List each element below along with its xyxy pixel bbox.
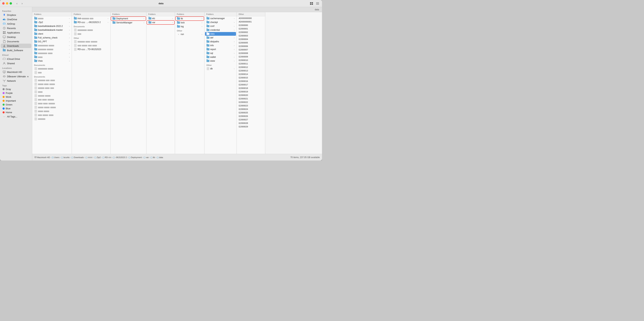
sidebar-item-applications[interactable]: Applications xyxy=(1,30,31,35)
col7-item-e4[interactable]: E2000004 xyxy=(237,37,264,41)
sidebar-item-dropbox[interactable]: Dropbox xyxy=(1,13,31,17)
col1-item-client[interactable]: client › xyxy=(33,32,71,36)
col7-item-e22[interactable]: E2000022 xyxy=(237,100,264,104)
sidebar-item-tag-important[interactable]: Important xyxy=(1,99,31,103)
sidebar-item-tag-purple[interactable]: Purple xyxy=(1,91,31,95)
col6-item-checkpt[interactable]: checkpt › xyxy=(205,20,236,24)
col7-item-e10[interactable]: E2000010 xyxy=(237,58,264,62)
col1-item-blur2[interactable]: › xyxy=(33,47,71,51)
col1-doc2-9[interactable] xyxy=(33,109,71,113)
sidebar-item-tag-blue[interactable]: Blue xyxy=(1,107,31,110)
sidebar-item-shared[interactable]: Shared xyxy=(1,61,31,65)
col2-doc1[interactable] xyxy=(72,28,110,32)
path-blurred[interactable] xyxy=(86,156,92,158)
grid-view-button[interactable] xyxy=(310,2,314,5)
col1-doc1[interactable] xyxy=(33,67,71,70)
col7-item-e29[interactable]: E2000029 xyxy=(237,125,264,128)
sidebar-item-all-tags[interactable]: ··· All Tags... xyxy=(1,114,31,119)
col1-item-full-schema[interactable]: Full_schema_check › xyxy=(33,36,71,39)
sidebar-item-downloads[interactable]: Downloads xyxy=(1,44,31,48)
col7-item-e18[interactable]: E2000018 xyxy=(237,86,264,90)
path-users[interactable]: Users xyxy=(52,156,60,158)
path-bcurtis[interactable]: bcurtis xyxy=(61,156,70,158)
col1-item-baseball1[interactable]: baseballdatabank-2022.2 › xyxy=(33,24,71,28)
sidebar-item-tag-home[interactable]: Home xyxy=(1,110,31,114)
col1-item-gg-ppt[interactable]: GG_PPT › xyxy=(33,40,71,43)
col2-other2[interactable] xyxy=(72,44,110,47)
sidebar-item-build-software[interactable]: Build_Software xyxy=(1,48,31,52)
sidebar-item-icloud-drive[interactable]: iCloud Drive xyxy=(1,57,31,61)
col6-item-def[interactable]: def › xyxy=(205,36,236,39)
col7-item-e13[interactable]: E2000013 xyxy=(237,69,264,72)
forward-button[interactable]: › xyxy=(20,1,24,5)
col7-item-e27[interactable]: E2000027 xyxy=(237,118,264,121)
col7-item-ad0[interactable]: AD000000000 xyxy=(237,16,264,20)
col1-doc2-11[interactable] xyxy=(33,117,71,121)
col1-item-visio[interactable]: Visio › xyxy=(33,59,71,63)
col7-item-e5[interactable]: E2000005 xyxy=(237,41,264,44)
col1-doc2-3[interactable] xyxy=(33,86,71,90)
col6-item-wallet[interactable]: wallet › xyxy=(205,55,236,59)
path-data[interactable]: data xyxy=(157,156,163,158)
col4-item-etc[interactable]: etc › xyxy=(147,16,174,20)
col6-item-www[interactable]: www › xyxy=(205,59,236,63)
col3-item-deployment[interactable]: Deployment › xyxy=(111,17,146,20)
col7-item-e9[interactable]: E2000009 xyxy=(237,55,264,58)
col2-item-inst[interactable]: inst- › xyxy=(72,16,110,20)
col5-item-log[interactable]: log › xyxy=(176,25,204,28)
sidebar-item-recents[interactable]: Recents xyxy=(1,26,31,30)
col7-item-e15[interactable]: E2000015 xyxy=(237,76,264,79)
col7-item-e3[interactable]: E2000003 xyxy=(237,34,264,37)
col1-doc2-4[interactable] xyxy=(33,90,71,94)
col7-item-e14[interactable]: E2000014 xyxy=(237,72,264,76)
maximize-button[interactable] xyxy=(10,2,12,4)
sidebar-item-desktop[interactable]: Desktop xyxy=(1,35,31,39)
col6-item-info[interactable]: info › xyxy=(205,44,236,47)
col2-item-rd[interactable]: RD- ...-06152023 2 › xyxy=(72,20,110,24)
col1-doc2-7[interactable] xyxy=(33,102,71,105)
col6-item-cachemanager[interactable]: cachemanager › xyxy=(205,16,236,20)
col2-doc2[interactable] xyxy=(72,32,110,36)
col5-item-lib[interactable]: lib › xyxy=(176,17,204,20)
col1-doc2-1[interactable] xyxy=(33,78,71,82)
col7-item-e28[interactable]: E2000028 xyxy=(237,121,264,125)
col7-item-e0[interactable]: E2000000 xyxy=(237,23,264,27)
col7-item-e11[interactable]: E2000011 xyxy=(237,62,264,65)
col1-item-zip2[interactable]: -Zip2 › xyxy=(33,20,71,24)
col6-item-sql[interactable]: sql › xyxy=(205,51,236,55)
col7-item-e17[interactable]: E2000017 xyxy=(237,83,264,86)
col7-item-e6[interactable]: E2000006 xyxy=(237,44,264,48)
path-macintosh-hd[interactable]: Macintosh HD xyxy=(34,156,50,158)
close-button[interactable] xyxy=(2,2,4,4)
col7-item-e24[interactable]: E2000024 xyxy=(237,107,264,111)
col1-item-blur1[interactable]: › xyxy=(33,44,71,47)
col4-item-var[interactable]: var › xyxy=(147,21,174,24)
path-rd[interactable]: RD- xyxy=(102,156,111,158)
col7-item-e12[interactable]: E2000012 xyxy=(237,65,264,69)
col5-item-run[interactable]: ⤷ run › xyxy=(176,32,204,36)
col3-item-service-manager[interactable]: ServiceManager › xyxy=(111,21,146,24)
col1-item-blur4[interactable]: › xyxy=(33,55,71,59)
list-view-button[interactable] xyxy=(315,2,320,5)
sidebar-item-tag-green[interactable]: Green xyxy=(1,103,31,107)
eject-icon[interactable]: ⏏ xyxy=(27,75,29,78)
col6-item-conf[interactable]: conf › xyxy=(205,24,236,28)
path-deployment[interactable]: Deployment xyxy=(128,156,142,158)
col7-item-e23[interactable]: E2000023 xyxy=(237,104,264,107)
col6-item-distpaths[interactable]: distpaths › xyxy=(205,40,236,43)
col1-doc2-8[interactable] xyxy=(33,105,71,109)
col6-item-db[interactable]: db › xyxy=(205,67,236,70)
col1-doc2-10[interactable] xyxy=(33,113,71,117)
col7-item-e16[interactable]: E2000016 xyxy=(237,79,264,83)
col1-item-dot[interactable]: › xyxy=(33,16,71,20)
path-var[interactable]: var xyxy=(144,156,149,158)
col6-item-data[interactable]: data › xyxy=(205,32,236,36)
col7-item-e20[interactable]: E2000020 xyxy=(237,93,264,97)
col1-doc2[interactable] xyxy=(33,71,71,74)
col6-item-report[interactable]: report › xyxy=(205,47,236,51)
col1-item-blur3[interactable]: › xyxy=(33,51,71,55)
col2-file-rd[interactable]: RD- ...TD-06152023 xyxy=(72,47,110,51)
sidebar-item-macintosh-hd[interactable]: Macintosh HD xyxy=(1,70,31,74)
path-downloads[interactable]: Downloads xyxy=(71,156,84,158)
minimize-button[interactable] xyxy=(6,2,8,4)
